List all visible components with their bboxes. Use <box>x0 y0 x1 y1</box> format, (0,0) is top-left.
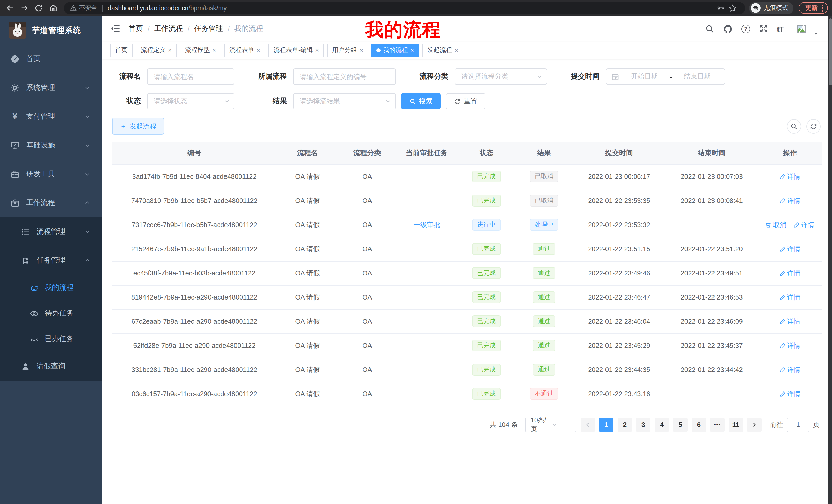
close-icon[interactable]: × <box>454 47 458 53</box>
search-button[interactable]: 搜索 <box>401 93 441 109</box>
page-button-1[interactable]: 1 <box>599 417 614 432</box>
page-button-3[interactable]: 3 <box>636 417 650 432</box>
tab-process-form-edit[interactable]: 流程表单-编辑× <box>268 44 324 57</box>
help-button[interactable]: ? <box>742 24 750 33</box>
status-badge: 进行中 <box>472 219 501 231</box>
goto-page-input[interactable] <box>787 417 809 432</box>
status-select[interactable]: 请选择状态 <box>147 93 234 109</box>
breadcrumb-item[interactable]: 任务管理 <box>194 24 223 33</box>
sidebar-item-done-tasks[interactable]: 已办任务 <box>0 326 102 352</box>
cancel-link[interactable]: 取消 <box>765 220 786 229</box>
detail-link[interactable]: 详情 <box>794 220 814 229</box>
page-scrollbar[interactable] <box>828 16 832 504</box>
cell-task <box>396 333 458 358</box>
scrollbar-thumb[interactable] <box>829 19 832 85</box>
gear-icon <box>10 83 20 92</box>
detail-link[interactable]: 详情 <box>779 292 800 302</box>
browser-back-button[interactable] <box>3 1 17 15</box>
select-placeholder: 请选择流结果 <box>300 96 385 106</box>
tab-home[interactable]: 首页 <box>110 44 133 57</box>
tab-my-process[interactable]: 我的流程× <box>371 44 419 57</box>
page-button-4[interactable]: 4 <box>655 417 669 432</box>
prev-page-button[interactable] <box>580 417 595 432</box>
close-icon[interactable]: × <box>168 47 172 53</box>
close-icon[interactable]: × <box>212 47 216 53</box>
browser-home-button[interactable] <box>46 1 60 15</box>
breadcrumb-item[interactable]: 工作流程 <box>154 24 183 33</box>
sidebar-item-home[interactable]: 首页 <box>0 45 102 74</box>
start-process-button[interactable]: ＋ 发起流程 <box>112 118 164 135</box>
cell-category: OA <box>338 261 396 285</box>
tab-process-form[interactable]: 流程表单× <box>224 44 265 57</box>
font-size-button[interactable]: tT <box>777 24 783 33</box>
sidebar-item-payment[interactable]: ¥ 支付管理 <box>0 102 102 131</box>
process-category-select[interactable]: 请选择流程分类 <box>454 68 547 85</box>
sidebar-item-label: 支付管理 <box>26 112 84 121</box>
github-button[interactable] <box>723 24 733 34</box>
result-badge: 不通过 <box>530 388 558 400</box>
user-menu[interactable] <box>792 20 818 38</box>
status-badge: 已完成 <box>472 363 501 375</box>
page-button-11[interactable]: 11 <box>729 417 743 432</box>
process-name-input[interactable] <box>147 68 234 85</box>
process-definition-input[interactable] <box>293 68 396 85</box>
fullscreen-button[interactable] <box>759 24 768 33</box>
close-icon[interactable]: × <box>315 47 319 53</box>
detail-link[interactable]: 详情 <box>779 341 800 350</box>
detail-link[interactable]: 详情 <box>779 389 800 398</box>
detail-link[interactable]: 详情 <box>779 317 800 326</box>
security-chip[interactable]: 不安全 <box>70 4 97 12</box>
cell-end-time: 2022-01-22 23:45:37 <box>666 333 758 358</box>
tab-start-process[interactable]: 发起流程× <box>422 44 463 57</box>
detail-link[interactable]: 详情 <box>779 365 800 374</box>
detail-link[interactable]: 详情 <box>779 244 800 254</box>
tab-process-model[interactable]: 流程模型× <box>180 44 221 57</box>
sidebar-item-task-management[interactable]: 任务管理 <box>0 246 102 275</box>
result-badge: 通过 <box>533 267 555 279</box>
sidebar-collapse-button[interactable] <box>110 24 120 34</box>
sidebar-item-infrastructure[interactable]: 基础设施 <box>0 131 102 160</box>
sidebar-item-process-management[interactable]: 流程管理 <box>0 217 102 246</box>
show-search-button[interactable] <box>787 119 801 133</box>
tab-user-group[interactable]: 用户分组× <box>327 44 368 57</box>
sidebar-item-leave-query[interactable]: 请假查询 <box>0 352 102 381</box>
detail-link[interactable]: 详情 <box>779 269 800 278</box>
sidebar-item-system[interactable]: 系统管理 <box>0 74 102 102</box>
close-icon[interactable]: × <box>257 47 260 53</box>
address-bar[interactable]: 不安全 dashboard.yudao.iocoder.cn/bpm/task/… <box>64 2 745 14</box>
cell-name: OA 请假 <box>277 309 338 333</box>
browser-reload-button[interactable] <box>32 1 45 15</box>
sidebar-item-todo-tasks[interactable]: 待办任务 <box>0 301 102 326</box>
browser-forward-button[interactable] <box>18 1 31 15</box>
task-link[interactable]: 一级审批 <box>413 220 440 229</box>
url-divider <box>102 4 103 11</box>
submit-time-range-picker[interactable]: 开始日期 - 结束日期 <box>606 68 725 85</box>
chevron-down-icon <box>84 85 90 91</box>
close-icon[interactable]: × <box>359 47 363 53</box>
bookmark-star-button[interactable] <box>727 2 739 14</box>
next-page-button[interactable] <box>747 417 761 432</box>
refresh-table-button[interactable] <box>806 119 821 133</box>
detail-link[interactable]: 详情 <box>779 172 800 181</box>
breadcrumb: 首页 / 工作流程 / 任务管理 / 我的流程 <box>129 24 263 33</box>
reset-button[interactable]: 重置 <box>446 93 486 109</box>
tab-process-definition[interactable]: 流程定义× <box>136 44 177 57</box>
page-button-5[interactable]: 5 <box>673 417 687 432</box>
more-pages-button[interactable]: ••• <box>710 417 725 432</box>
breadcrumb-item[interactable]: 首页 <box>129 24 143 33</box>
header-search-button[interactable] <box>705 24 714 33</box>
page-size-select[interactable]: 10条/页 <box>525 417 576 432</box>
page-button-6[interactable]: 6 <box>692 417 706 432</box>
sidebar-item-workflow[interactable]: 工作流程 <box>0 189 102 217</box>
result-select[interactable]: 请选择流结果 <box>293 93 396 109</box>
cell-submit-time: 2022-01-23 00:06:17 <box>573 164 666 189</box>
page-button-2[interactable]: 2 <box>618 417 632 432</box>
sidebar-item-label: 首页 <box>26 54 93 64</box>
close-icon[interactable]: × <box>410 47 414 53</box>
browser-update-button[interactable]: 更新 <box>799 2 828 14</box>
sidebar-item-my-process[interactable]: 我的流程 <box>0 275 102 301</box>
detail-link[interactable]: 详情 <box>779 196 800 205</box>
edit-icon <box>779 198 785 204</box>
sidebar-item-devtools[interactable]: 研发工具 <box>0 160 102 189</box>
password-key-button[interactable] <box>714 2 727 14</box>
